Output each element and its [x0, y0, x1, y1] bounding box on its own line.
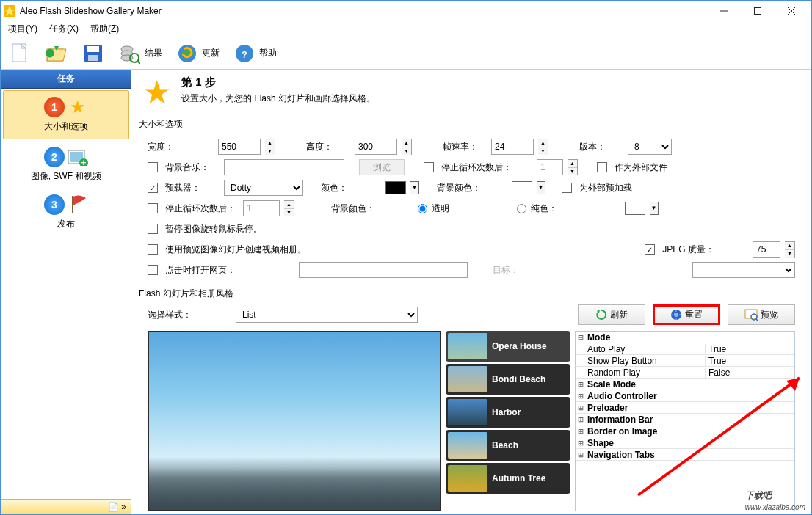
spinner-stoploop[interactable]: ▲▼ [284, 200, 294, 216]
checkbox-pause-rotate[interactable] [148, 224, 158, 234]
section-flash-style: Flash 幻灯片和相册风格 [139, 288, 804, 300]
menu-task[interactable]: 任务(X) [43, 21, 84, 37]
checkbox-external-file[interactable] [597, 162, 607, 172]
select-preloader[interactable]: Dotty [224, 180, 303, 196]
label-select-style: 选择样式： [148, 309, 192, 321]
label-click-open: 点击时打开网页： [165, 264, 253, 277]
checkbox-use-preview[interactable] [148, 244, 158, 255]
step-title: 第 1 步 [181, 76, 375, 90]
thumb-item[interactable]: Harbor [446, 397, 570, 428]
svg-point-28 [674, 313, 678, 317]
sidebar-item-label: 大小和选项 [4, 120, 128, 133]
input-bgmusic[interactable] [224, 159, 344, 175]
reset-button[interactable]: 重置 [653, 304, 720, 325]
sidebar-item-label: 发布 [1, 218, 131, 230]
content: 任务 1★ 大小和选项 2+ 图像, SWF 和视频 3 发布 📄 » ★ 第 … [1, 70, 811, 514]
label-transparent: 透明 [432, 202, 449, 215]
checkbox-click-open[interactable] [148, 265, 158, 275]
thumb-list: Opera House Bondi Beach Harbor Beach Aut… [446, 331, 570, 511]
spinner-jpeg[interactable]: ▲▼ [785, 241, 795, 258]
checkbox-external-preload[interactable] [562, 183, 572, 193]
spinner-fps[interactable]: ▲▼ [538, 139, 548, 155]
label-bgcolor: 背景颜色： [437, 182, 481, 194]
input-width[interactable] [218, 139, 261, 155]
checkbox-jpeg[interactable]: ✓ [645, 244, 655, 255]
close-button[interactable] [775, 1, 808, 21]
menu-project[interactable]: 项目(Y) [2, 21, 43, 37]
input-height[interactable] [355, 139, 397, 155]
spinner-stoploop-after[interactable]: ▲▼ [568, 159, 578, 175]
label-version: 版本： [579, 141, 623, 153]
label-solid: 纯色： [531, 202, 557, 215]
flag-icon [68, 194, 88, 215]
thumb-item[interactable]: Opera House [446, 331, 570, 362]
menu-help[interactable]: 帮助(Z) [84, 21, 125, 37]
colorpicker-solid-dropdown[interactable]: ▼ [650, 202, 659, 215]
label-width: 宽度： [148, 141, 214, 153]
input-url[interactable] [299, 262, 468, 278]
colorpicker-bgcolor[interactable] [512, 181, 532, 194]
sidebar-header: 任务 [1, 70, 131, 89]
svg-rect-12 [88, 55, 98, 61]
label-preloader: 预载器： [165, 182, 220, 194]
toolbar-update-label: 更新 [202, 47, 220, 59]
colorpicker-color[interactable] [385, 181, 406, 194]
label-stoploop: 停止循环次数后： [165, 202, 239, 215]
sidebar-item-label: 图像, SWF 和视频 [1, 170, 131, 183]
toolbar-open[interactable] [43, 40, 70, 67]
sidebar-item-size-options[interactable]: 1★ 大小和选项 [3, 90, 129, 139]
input-stoploop[interactable] [243, 200, 280, 216]
colorpicker-solid[interactable] [625, 202, 645, 215]
toolbar-save[interactable] [80, 40, 106, 67]
thumb-item[interactable]: Autumn Tree [446, 463, 570, 494]
checkbox-stoploop-after[interactable] [424, 162, 434, 172]
select-target[interactable] [692, 262, 795, 278]
toolbar-update[interactable]: 更新 [174, 40, 221, 67]
checkbox-preloader[interactable]: ✓ [148, 183, 158, 193]
footer-doc-icon[interactable]: 📄 » [108, 502, 126, 512]
colorpicker-color-dropdown[interactable]: ▼ [410, 181, 419, 194]
section-size-options: 大小和选项 [139, 118, 804, 131]
radio-solid[interactable] [517, 204, 526, 213]
radio-transparent[interactable] [418, 204, 427, 213]
minimize-button[interactable] [707, 1, 741, 21]
label-target: 目标： [493, 264, 519, 277]
sidebar-item-media[interactable]: 2+ 图像, SWF 和视频 [1, 141, 131, 189]
sidebar-item-publish[interactable]: 3 发布 [1, 189, 131, 236]
refresh-button[interactable]: 刷新 [578, 304, 645, 325]
app-icon [4, 5, 15, 17]
checkbox-stoploop[interactable] [148, 203, 158, 213]
svg-line-17 [137, 61, 140, 64]
select-version[interactable]: 8 [628, 139, 672, 155]
window-title: Aleo Flash Slideshow Gallery Maker [20, 6, 707, 16]
step-badge-3-icon: 3 [44, 194, 65, 215]
label-bgmusic: 背景音乐： [165, 161, 220, 174]
toolbar-new[interactable] [7, 40, 33, 67]
spinner-width[interactable]: ▲▼ [265, 139, 275, 155]
toolbar-help[interactable]: ?帮助 [231, 40, 278, 67]
thumb-item[interactable]: Bondi Beach [446, 364, 570, 395]
label-pause-rotate: 暂停图像旋转鼠标悬停。 [165, 223, 262, 235]
label-external-file: 作为外部文件 [615, 161, 667, 174]
menubar: 项目(Y) 任务(X) 帮助(Z) [1, 21, 811, 37]
select-style[interactable]: List [236, 307, 418, 323]
form-area: 宽度： ▲▼ 高度： ▲▼ 帧速率： ▲▼ 版本： 8 背景音乐： 浏览 停止循… [139, 134, 804, 286]
checkbox-bgmusic[interactable] [148, 162, 158, 172]
spinner-height[interactable]: ▲▼ [402, 139, 412, 155]
image-plus-icon: + [68, 147, 88, 167]
preview-button[interactable]: 预览 [728, 304, 795, 325]
colorpicker-bgcolor-dropdown[interactable]: ▼ [537, 181, 545, 194]
label-use-preview: 使用预览图像幻灯片创建视频相册。 [165, 244, 306, 256]
step-description: 设置大小，为您的 Flash 幻灯片和画廊选择风格。 [181, 92, 375, 105]
input-jpeg[interactable] [753, 241, 780, 258]
toolbar-result-label: 结果 [145, 47, 162, 59]
browse-button[interactable]: 浏览 [359, 159, 405, 175]
maximize-button[interactable] [741, 1, 775, 21]
label-jpeg: JPEG 质量： [662, 244, 714, 256]
input-fps[interactable] [491, 139, 534, 155]
sidebar: 任务 1★ 大小和选项 2+ 图像, SWF 和视频 3 发布 📄 » [1, 70, 131, 514]
input-stoploop-after[interactable] [537, 159, 563, 175]
step-header: ★ 第 1 步 设置大小，为您的 Flash 幻灯片和画廊选择风格。 [139, 73, 804, 117]
thumb-item[interactable]: Beach [446, 430, 570, 461]
toolbar-result[interactable]: 结果 [117, 40, 164, 67]
